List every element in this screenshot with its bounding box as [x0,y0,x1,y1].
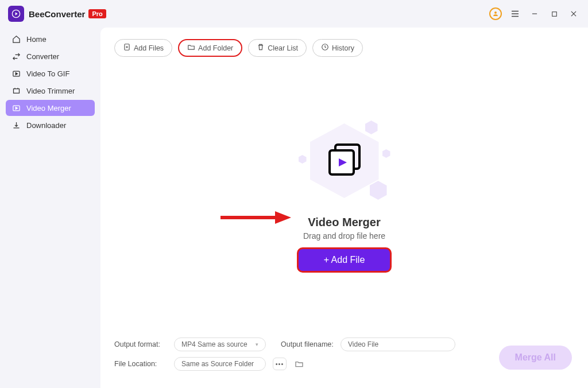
download-icon [11,121,21,130]
svg-rect-6 [552,11,556,16]
output-filename-input[interactable]: Video File [341,337,455,351]
sidebar-item-label: Converter [26,52,59,61]
sidebar-item-video-gif[interactable]: Video To GIF [6,65,95,82]
converter-icon [11,52,21,61]
minimize-icon[interactable] [528,7,541,20]
svg-rect-10 [13,88,19,93]
titlebar: BeeConverter Pro [0,0,588,28]
sidebar-item-trimmer[interactable]: Video Trimmer [6,83,95,99]
sidebar-item-downloader[interactable]: Downloader [6,117,95,133]
add-folder-button[interactable]: Add Folder [178,39,242,57]
output-filename-label: Output filename: [281,340,334,348]
annotation-arrow-icon [218,209,292,226]
drop-zone[interactable]: Video Merger Drag and drop file here + A… [114,57,574,331]
sidebar: Home Converter Video To GIF Video Trimme… [0,28,100,388]
menu-icon[interactable] [509,7,521,20]
close-icon[interactable] [567,7,580,20]
sidebar-item-label: Downloader [26,121,66,130]
app-title: BeeConverter [29,9,85,19]
home-icon [11,34,21,44]
chevron-down-icon: ▾ [256,342,258,347]
history-button[interactable]: History [312,39,363,57]
output-format-select[interactable]: MP4 Same as source ▾ [174,337,266,351]
output-format-label: Output format: [114,340,167,348]
sidebar-item-converter[interactable]: Converter [6,48,95,64]
merge-all-button[interactable]: Merge All [499,346,572,370]
clear-list-button[interactable]: Clear List [248,39,307,57]
pro-badge: Pro [88,9,106,18]
drop-subtitle: Drag and drop file here [303,231,385,240]
app-logo-icon [8,6,24,22]
sidebar-item-home[interactable]: Home [6,31,95,47]
drop-title: Video Merger [308,216,380,229]
sidebar-item-label: Video Trimmer [26,87,75,95]
main-panel: Add Files Add Folder Clear List History [100,28,588,388]
toolbar: Add Files Add Folder Clear List History [114,39,574,57]
merger-icon [11,103,21,112]
history-icon [321,43,329,53]
gif-icon [11,69,21,78]
sidebar-item-label: Video Merger [26,104,71,112]
sidebar-item-label: Home [26,35,47,44]
add-files-button[interactable]: Add Files [114,39,172,57]
file-plus-icon [123,43,131,53]
file-location-select[interactable]: Same as Source Folder [174,357,266,371]
folder-plus-icon [187,43,195,53]
trimmer-icon [11,86,21,95]
user-avatar-icon[interactable] [489,7,502,20]
open-folder-button[interactable] [293,358,305,370]
add-file-button[interactable]: + Add File [297,247,392,273]
trash-icon [257,43,265,53]
svg-point-1 [494,11,497,14]
maximize-icon[interactable] [548,7,560,20]
browse-button[interactable]: ••• [273,358,287,370]
sidebar-item-merger[interactable]: Video Merger [6,100,95,116]
sidebar-item-label: Video To GIF [26,69,69,78]
file-location-label: File Location: [114,360,167,368]
drop-illustration [293,115,396,207]
